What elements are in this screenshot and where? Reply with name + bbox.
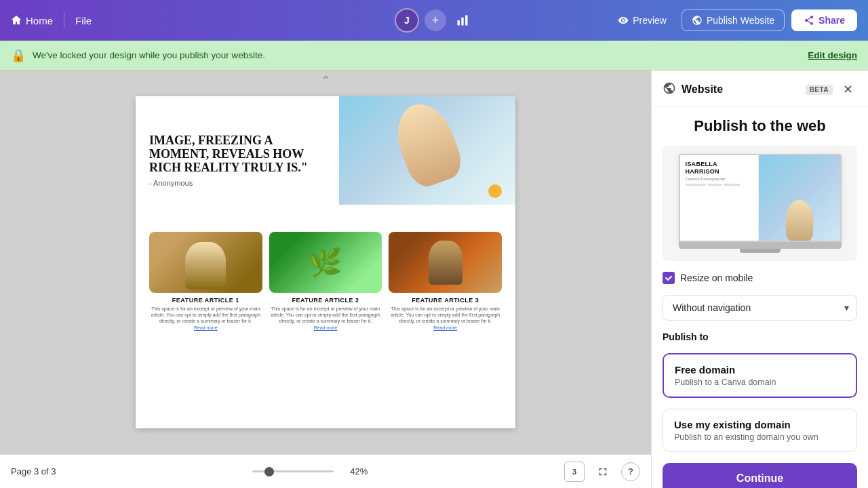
canvas-content: ⌃ IMAGE, FREEZING A MOMENT, REVEALS HOW … bbox=[0, 70, 651, 454]
topbar: Home File J + Preview Publish Website Sh… bbox=[0, 0, 868, 41]
navigation-dropdown-wrap: Without navigation With navigation ▾ bbox=[663, 295, 857, 321]
existing-domain-desc: Publish to an existing domain you own bbox=[674, 432, 846, 442]
topbar-right: Preview Publish Website Share bbox=[610, 9, 857, 31]
panel-title: Website bbox=[682, 83, 800, 96]
notif-text: We've locked your design while you publi… bbox=[33, 50, 801, 60]
page-preview: IMAGE, FREEZING A MOMENT, REVEALS HOW RI… bbox=[136, 96, 515, 428]
articles-section: FEATURE ARTICLE 1 This space is for an e… bbox=[136, 225, 515, 337]
continue-button[interactable]: Continue bbox=[663, 463, 857, 488]
free-domain-title: Free domain bbox=[675, 364, 845, 375]
topbar-center: J + bbox=[395, 8, 473, 33]
nav-divider bbox=[64, 12, 64, 28]
laptop-wrap: ISABELLAHARRISON Fashion Photographer bbox=[679, 154, 842, 253]
article-card-3: FEATURE ARTICLE 3 This space is for an e… bbox=[389, 232, 502, 330]
zoom-slider[interactable] bbox=[252, 470, 334, 472]
existing-domain-title: Use my existing domain bbox=[674, 419, 846, 430]
home-label: Home bbox=[26, 15, 53, 26]
article-img-2: 🌿 bbox=[269, 232, 382, 293]
main-layout: ⌃ IMAGE, FREEZING A MOMENT, REVEALS HOW … bbox=[0, 70, 868, 488]
zoom-controls: 42% bbox=[64, 466, 557, 476]
resize-mobile-row: Resize on mobile bbox=[663, 272, 857, 284]
close-button[interactable]: ✕ bbox=[838, 80, 857, 99]
topbar-left: Home File bbox=[11, 12, 92, 28]
lock-icon: 🔒 bbox=[11, 48, 26, 63]
free-domain-desc: Publish to a Canva domain bbox=[675, 378, 845, 387]
article-title-3: FEATURE ARTICLE 3 bbox=[389, 297, 502, 304]
avatar[interactable]: J bbox=[395, 8, 419, 33]
publish-label: Publish Website bbox=[707, 15, 774, 26]
free-domain-card[interactable]: Free domain Publish to a Canva domain bbox=[663, 353, 857, 398]
panel-header: Website BETA ✕ bbox=[652, 70, 868, 106]
svg-rect-2 bbox=[465, 16, 467, 26]
existing-domain-card[interactable]: Use my existing domain Publish to an exi… bbox=[663, 409, 857, 452]
article-img-3 bbox=[389, 232, 502, 293]
analytics-icon[interactable] bbox=[452, 9, 473, 31]
read-more-3[interactable]: Read more bbox=[389, 325, 502, 330]
right-panel: Website BETA ✕ Publish to the web ISABEL… bbox=[651, 70, 868, 488]
panel-body: Publish to the web ISABELLAHARRISON Fash… bbox=[652, 106, 868, 488]
preview-label: Preview bbox=[633, 15, 667, 26]
laptop-stand bbox=[740, 249, 781, 253]
laptop-subtitle: Fashion Photographer bbox=[686, 177, 753, 181]
article-desc-3: This space is for an excerpt or preview … bbox=[389, 306, 502, 324]
beta-badge: BETA bbox=[806, 85, 833, 95]
article-card-1: FEATURE ARTICLE 1 This space is for an e… bbox=[149, 232, 262, 330]
publish-title: Publish to the web bbox=[663, 117, 857, 135]
share-label: Share bbox=[818, 15, 845, 26]
page-number-btn[interactable]: 3 bbox=[564, 462, 585, 482]
hero-photo bbox=[339, 96, 515, 205]
svg-rect-1 bbox=[461, 18, 463, 26]
zoom-percentage: 42% bbox=[340, 466, 368, 476]
navigation-dropdown[interactable]: Without navigation With navigation bbox=[663, 295, 857, 321]
scroll-up-icon[interactable]: ⌃ bbox=[321, 73, 331, 88]
read-more-2[interactable]: Read more bbox=[269, 325, 382, 330]
file-button[interactable]: File bbox=[75, 15, 92, 26]
page-indicator: Page 3 of 3 bbox=[11, 466, 56, 476]
notification-bar: 🔒 We've locked your design while you pub… bbox=[0, 41, 868, 70]
laptop-screen: ISABELLAHARRISON Fashion Photographer bbox=[679, 154, 842, 242]
article-card-2: 🌿 FEATURE ARTICLE 2 This space is for an… bbox=[269, 232, 382, 330]
publish-website-button[interactable]: Publish Website bbox=[682, 9, 785, 31]
article-img-1 bbox=[149, 232, 262, 293]
laptop-preview: ISABELLAHARRISON Fashion Photographer bbox=[663, 146, 857, 261]
quote-text: IMAGE, FREEZING A MOMENT, REVEALS HOW RI… bbox=[149, 134, 326, 174]
resize-checkbox[interactable] bbox=[663, 272, 675, 284]
canvas-toolbar: Page 3 of 3 42% 3 ? bbox=[0, 454, 651, 488]
add-button[interactable]: + bbox=[425, 9, 446, 31]
article-desc-2: This space is for an excerpt or preview … bbox=[269, 306, 382, 324]
svg-rect-0 bbox=[458, 20, 460, 26]
quote-attribution: - Anonymous bbox=[149, 179, 326, 187]
article-title-2: FEATURE ARTICLE 2 bbox=[269, 297, 382, 304]
laptop-base bbox=[679, 242, 842, 249]
share-button[interactable]: Share bbox=[791, 9, 857, 31]
canvas-area: ⌃ IMAGE, FREEZING A MOMENT, REVEALS HOW … bbox=[0, 70, 651, 488]
preview-button[interactable]: Preview bbox=[610, 9, 675, 31]
publish-to-label: Publish to bbox=[663, 331, 857, 342]
article-desc-1: This space is for an excerpt or preview … bbox=[149, 306, 262, 324]
website-icon bbox=[663, 81, 676, 98]
expand-icon[interactable] bbox=[593, 462, 613, 482]
article-title-1: FEATURE ARTICLE 1 bbox=[149, 297, 262, 304]
resize-label: Resize on mobile bbox=[680, 272, 753, 283]
help-button[interactable]: ? bbox=[621, 462, 640, 481]
home-button[interactable]: Home bbox=[11, 15, 53, 26]
edit-design-button[interactable]: Edit design bbox=[808, 50, 857, 60]
read-more-1[interactable]: Read more bbox=[149, 325, 262, 330]
